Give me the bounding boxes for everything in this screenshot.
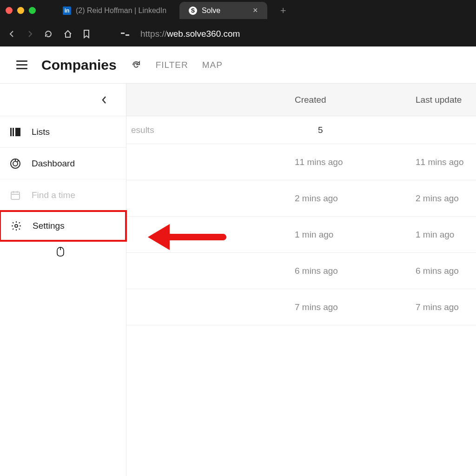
svg-rect-3 — [13, 128, 14, 136]
content-area: Created Last update esults 5 11 mins ago… — [126, 84, 476, 476]
back-icon[interactable] — [8, 30, 16, 38]
maximize-window-icon[interactable] — [29, 7, 36, 14]
cell-created: 6 mins ago — [295, 266, 416, 276]
sidebar-item-label: Find a time — [32, 190, 75, 200]
forward-icon[interactable] — [26, 30, 33, 38]
nav-bar: https://web.solve360.com — [0, 21, 476, 46]
cursor-icon — [56, 246, 65, 257]
svg-rect-7 — [11, 192, 20, 199]
list-icon — [9, 128, 21, 136]
cell-updated: 11 mins ago — [416, 157, 476, 167]
sidebar-item-dashboard[interactable]: Dashboard — [0, 148, 126, 179]
sidebar-item-settings[interactable]: Settings — [0, 210, 127, 242]
svg-rect-4 — [15, 128, 20, 136]
reload-icon[interactable] — [44, 29, 53, 39]
svg-rect-1 — [126, 34, 129, 36]
sidebar-item-findtime[interactable]: Find a time — [0, 179, 126, 211]
results-label: esults — [131, 125, 318, 135]
cell-created: 1 min ago — [295, 230, 416, 240]
app-header: Companies FILTER MAP — [0, 46, 476, 84]
minimize-window-icon[interactable] — [17, 7, 24, 14]
cell-updated: 7 mins ago — [416, 302, 476, 312]
map-link[interactable]: MAP — [202, 60, 223, 70]
cell-updated: 6 mins ago — [416, 266, 476, 276]
results-row: esults 5 — [126, 116, 476, 144]
table-row[interactable]: 2 mins ago 2 mins ago — [126, 180, 476, 217]
tab-bar: in (2) Reid Hoffman | LinkedIn S Solve ×… — [0, 0, 476, 21]
sidebar-item-label: Settings — [33, 221, 65, 231]
site-settings-icon[interactable] — [120, 30, 130, 38]
collapse-sidebar[interactable] — [0, 84, 126, 116]
new-tab-button[interactable]: + — [271, 5, 296, 17]
cell-created: 2 mins ago — [295, 193, 416, 204]
svg-point-8 — [15, 225, 18, 227]
table-row[interactable]: 7 mins ago 7 mins ago — [126, 289, 476, 325]
cell-updated: 1 min ago — [416, 230, 476, 240]
close-window-icon[interactable] — [6, 7, 13, 14]
sidebar-item-label: Dashboard — [32, 159, 75, 169]
address-bar[interactable]: https://web.solve360.com — [140, 29, 240, 39]
col-updated[interactable]: Last update — [416, 95, 476, 105]
table-row[interactable]: 6 mins ago 6 mins ago — [126, 253, 476, 289]
sidebar: Lists Dashboard Find a time Settings — [0, 84, 126, 476]
svg-marker-10 — [148, 224, 170, 250]
calendar-icon — [9, 190, 21, 200]
tab-label: (2) Reid Hoffman | LinkedIn — [76, 7, 166, 15]
close-tab-icon[interactable]: × — [253, 6, 258, 15]
refresh-icon[interactable] — [131, 60, 142, 71]
cell-created: 7 mins ago — [295, 302, 416, 312]
target-icon — [9, 158, 21, 169]
cell-updated: 2 mins ago — [416, 193, 476, 204]
window-controls[interactable] — [6, 7, 36, 14]
table-header: Created Last update — [126, 84, 476, 116]
tab-label: Solve — [202, 7, 220, 15]
results-count: 5 — [318, 125, 471, 135]
cell-created: 11 mins ago — [295, 157, 416, 167]
body-layout: Lists Dashboard Find a time Settings Cre… — [0, 84, 476, 476]
solve-icon: S — [189, 7, 197, 15]
sidebar-item-label: Lists — [32, 127, 50, 137]
linkedin-icon: in — [63, 7, 71, 15]
filter-link[interactable]: FILTER — [156, 60, 188, 70]
page-title: Companies — [41, 57, 117, 73]
home-icon[interactable] — [63, 29, 73, 39]
svg-rect-2 — [10, 128, 12, 136]
bookmark-icon[interactable] — [83, 29, 90, 39]
tab-linkedin[interactable]: in (2) Reid Hoffman | LinkedIn — [53, 3, 176, 19]
col-created[interactable]: Created — [295, 95, 416, 105]
annotation-arrow — [144, 218, 228, 256]
gear-icon — [10, 220, 22, 231]
menu-icon[interactable] — [16, 60, 27, 69]
table-row[interactable]: 11 mins ago 11 mins ago — [126, 144, 476, 180]
svg-point-6 — [13, 161, 18, 166]
svg-rect-0 — [121, 33, 125, 34]
tab-solve[interactable]: S Solve × — [179, 2, 267, 19]
sidebar-item-lists[interactable]: Lists — [0, 116, 126, 148]
browser-chrome: in (2) Reid Hoffman | LinkedIn S Solve ×… — [0, 0, 476, 46]
chevron-left-icon — [101, 95, 107, 105]
